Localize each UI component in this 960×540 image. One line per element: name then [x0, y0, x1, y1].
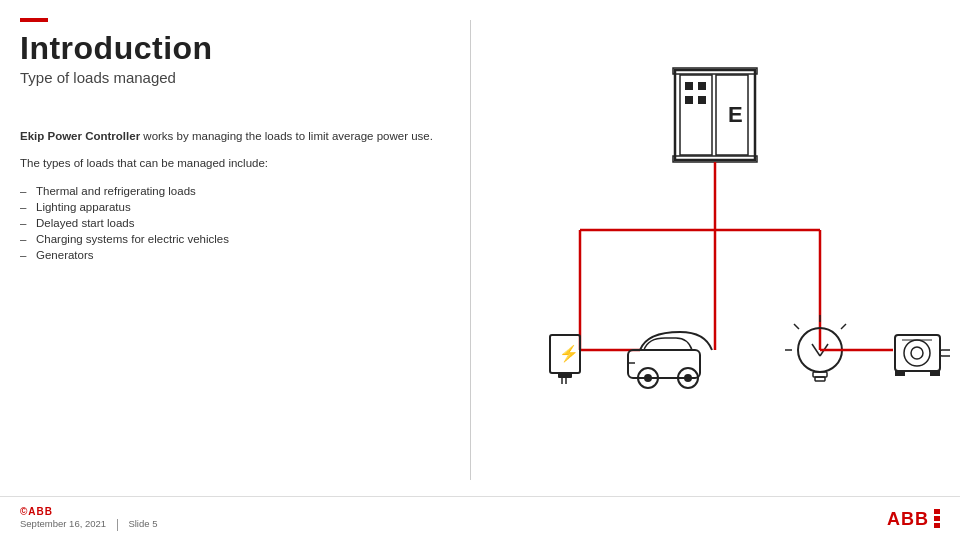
- footer-date-slide: September 16, 2021 Slide 5: [20, 518, 157, 530]
- svg-point-23: [644, 374, 652, 382]
- svg-rect-4: [698, 82, 706, 90]
- list-item: Thermal and refrigerating loads: [20, 183, 460, 199]
- abb-bar-3: [934, 523, 940, 528]
- bold-text: Ekip Power Controller: [20, 130, 140, 142]
- load-list: Thermal and refrigerating loadsLighting …: [20, 183, 460, 263]
- content-left: Ekip Power Controller works by managing …: [20, 128, 460, 263]
- abb-logo-right: ABB: [887, 509, 940, 528]
- abb-bar-2: [934, 516, 940, 521]
- svg-line-33: [794, 324, 799, 329]
- svg-rect-18: [558, 373, 572, 378]
- footer: ©ABB September 16, 2021 Slide 5 ABB: [0, 496, 960, 540]
- slide: Introduction Type of loads managed Ekip …: [0, 0, 960, 540]
- svg-rect-3: [685, 82, 693, 90]
- svg-rect-31: [815, 377, 825, 381]
- list-item: Generators: [20, 247, 460, 263]
- svg-line-34: [841, 324, 846, 329]
- page-subtitle: Type of loads managed: [20, 69, 213, 86]
- abb-bars: [934, 509, 940, 528]
- svg-point-39: [911, 347, 923, 359]
- footer-right: ABB: [887, 509, 940, 528]
- diagram-area: E ⚡: [480, 60, 950, 460]
- svg-rect-5: [685, 96, 693, 104]
- body-text: works by managing the loads to limit ave…: [143, 130, 433, 142]
- list-item: Charging systems for electric vehicles: [20, 231, 460, 247]
- svg-point-38: [904, 340, 930, 366]
- vertical-divider: [470, 20, 471, 480]
- abb-bar-1: [934, 509, 940, 514]
- footer-slide-label: Slide 5: [128, 518, 157, 529]
- page-title: Introduction: [20, 30, 213, 67]
- svg-rect-1: [680, 75, 712, 155]
- svg-text:E: E: [728, 102, 743, 127]
- svg-text:⚡: ⚡: [559, 344, 579, 363]
- list-item: Lighting apparatus: [20, 199, 460, 215]
- top-accent: [20, 18, 48, 22]
- footer-separator: [117, 519, 118, 531]
- footer-left: ©ABB September 16, 2021 Slide 5: [20, 506, 157, 530]
- body-paragraph: Ekip Power Controller works by managing …: [20, 128, 460, 145]
- svg-rect-6: [698, 96, 706, 104]
- list-intro: The types of loads that can be managed i…: [20, 155, 460, 172]
- diagram-svg: E ⚡: [480, 60, 950, 460]
- title-area: Introduction Type of loads managed: [20, 30, 213, 86]
- svg-rect-42: [895, 371, 905, 376]
- footer-abb-logo-left: ©ABB: [20, 506, 157, 517]
- svg-rect-43: [930, 371, 940, 376]
- abb-text-right: ABB: [887, 510, 929, 528]
- footer-date-text: September 16, 2021: [20, 518, 106, 529]
- list-item: Delayed start loads: [20, 215, 460, 231]
- svg-point-25: [684, 374, 692, 382]
- svg-rect-40: [940, 350, 950, 356]
